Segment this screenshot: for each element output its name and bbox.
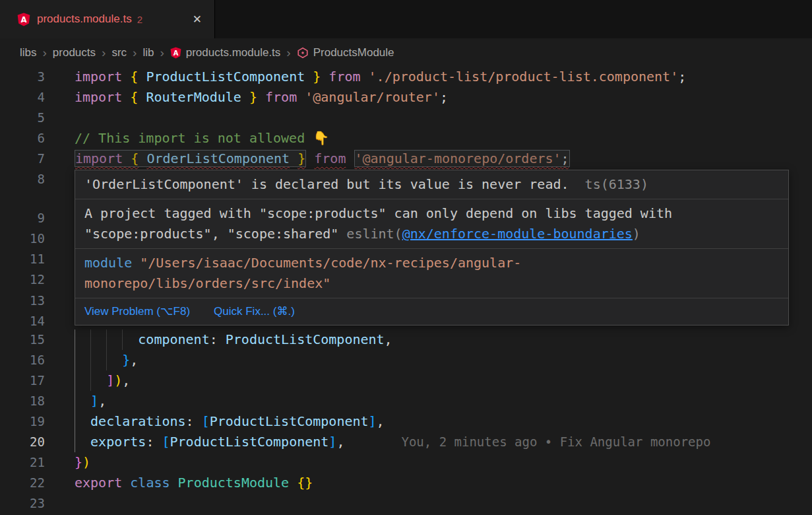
chevron-right-icon: ›: [43, 46, 47, 59]
code-token: [75, 370, 90, 391]
breadcrumb-item-file[interactable]: A products.module.ts: [170, 46, 281, 59]
code-line-18[interactable]: 18 ],: [0, 391, 812, 411]
code-token: ]: [369, 413, 377, 429]
breadcrumb-item-products[interactable]: products: [53, 46, 96, 59]
line-number: 15: [0, 329, 45, 350]
code-text: import { RouterModule } from '@angular/r…: [75, 87, 448, 108]
code-token: ProductsModule: [178, 475, 297, 491]
code-line-19[interactable]: 19 declarations: [ProductListComponent],: [0, 411, 812, 432]
code-line-5[interactable]: 5: [0, 108, 812, 128]
code-token: :: [210, 331, 226, 347]
line-number: 22: [0, 473, 45, 493]
code-line-3[interactable]: 3import { ProductListComponent } from '.…: [0, 67, 812, 87]
code-token: declarations: [90, 413, 186, 429]
code-token: [361, 69, 369, 85]
hover-text: module: [84, 255, 132, 271]
line-number: 12: [0, 269, 45, 290]
line-number: 10: [0, 228, 45, 249]
line-number: 6: [0, 128, 45, 149]
code-token: [90, 350, 106, 370]
hover-section-3: module "/Users/isaac/Documents/code/nx-r…: [75, 249, 788, 298]
hover-actions: View Problem (⌥F8) Quick Fix... (⌘.): [75, 298, 788, 325]
view-problem-action[interactable]: View Problem (⌥F8): [84, 303, 190, 320]
code-line-16[interactable]: 16 },: [0, 350, 812, 370]
hover-text: eslint(: [346, 226, 402, 242]
code-token: ,: [122, 372, 130, 388]
code-token: :: [146, 434, 162, 450]
code-line-4[interactable]: 4import { RouterModule } from '@angular/…: [0, 87, 812, 108]
code-token: [122, 329, 138, 350]
code-token: './product-list/product-list.component': [369, 69, 679, 85]
hover-zone: 891011121314 'OrderListComponent' is dec…: [0, 169, 812, 329]
line-number: 13: [0, 291, 45, 311]
code-token: from: [265, 89, 297, 105]
code-token: ,: [98, 393, 106, 409]
code-token: '@angular/router': [305, 89, 440, 105]
code-token: '@angular-monorepo/orders': [354, 150, 561, 167]
code-line-17[interactable]: 17 ]),: [0, 370, 812, 391]
code-token: // This import is not allowed 👇: [75, 130, 329, 146]
line-number: 5: [0, 108, 45, 128]
code-line-22[interactable]: 22export class ProductsModule {}: [0, 473, 812, 493]
vscode-window: A products.module.ts 2 ✕ libs › products…: [0, 0, 812, 515]
code-token: ,: [385, 331, 392, 347]
code-line-7[interactable]: 7import { OrderListComponent } from '@an…: [0, 149, 812, 169]
code-line-20[interactable]: 20 exports: [ProductListComponent],You, …: [0, 432, 812, 452]
code-token: [: [162, 434, 170, 450]
code-token: [90, 329, 106, 350]
breadcrumb: libs › products › src › lib › A products…: [0, 38, 812, 67]
code-token: [241, 89, 249, 105]
code-token: [90, 370, 106, 391]
editor[interactable]: 3import { ProductListComponent } from '.…: [0, 67, 812, 514]
code-token: class: [130, 475, 177, 491]
code-token: import: [75, 89, 130, 105]
code-text: },: [75, 350, 138, 370]
breadcrumb-item-libs[interactable]: libs: [20, 46, 37, 59]
hover-text: monorepo/libs/orders/src/index": [84, 275, 330, 291]
breadcrumb-item-symbol[interactable]: ProductsModule: [297, 46, 394, 59]
tab-products-module[interactable]: A products.module.ts 2 ✕: [0, 0, 215, 38]
code-token: OrderListComponent: [146, 150, 290, 167]
code-text: exports: [ProductListComponent],You, 2 m…: [75, 432, 710, 452]
code-token: import: [75, 150, 131, 167]
code-token: [321, 69, 328, 85]
code-token: }: [75, 454, 82, 470]
hover-line: 'OrderListComponent' is declared but its…: [84, 174, 779, 195]
code-text: // This import is not allowed 👇: [75, 128, 329, 149]
code-line-6[interactable]: 6// This import is not allowed 👇: [0, 128, 812, 149]
code-token: ;: [440, 89, 448, 105]
code-token: ProductListComponent: [226, 331, 385, 347]
close-icon[interactable]: ✕: [191, 12, 204, 27]
code-token: component: [138, 331, 209, 347]
chevron-right-icon: ›: [160, 46, 164, 59]
code-token: [306, 151, 314, 166]
hover-line: monorepo/libs/orders/src/index": [84, 273, 779, 294]
code-token: from: [314, 151, 346, 166]
code-token: }: [249, 89, 257, 105]
code-token: [297, 89, 305, 105]
code-line-23[interactable]: 23: [0, 493, 812, 514]
code-line-15[interactable]: 15 component: ProductListComponent,: [0, 329, 812, 350]
code-token: RouterModule: [146, 89, 241, 105]
svg-text:A: A: [20, 15, 26, 24]
code-token: ProductListComponent: [210, 413, 369, 429]
code-token: from: [328, 69, 360, 85]
line-number: 19: [0, 411, 45, 432]
code-token: }: [297, 150, 306, 167]
code-token: [305, 69, 313, 85]
code-line-21[interactable]: 21}): [0, 452, 812, 473]
line-number: 20: [0, 432, 45, 452]
breadcrumb-item-lib[interactable]: lib: [142, 46, 154, 59]
code-token: [75, 432, 90, 452]
tab-title: products.module.ts: [37, 13, 132, 26]
quick-fix-action[interactable]: Quick Fix... (⌘.): [214, 303, 295, 320]
code-token: [106, 350, 122, 370]
code-token: }: [122, 352, 130, 368]
line-number: 21: [0, 452, 45, 473]
code-token: [75, 350, 90, 370]
breadcrumb-item-src[interactable]: src: [111, 46, 127, 59]
code-token: [75, 391, 90, 411]
code-token: export: [75, 475, 130, 491]
code-token: :: [186, 413, 202, 429]
eslint-rule-link[interactable]: @nx/enforce-module-boundaries: [402, 226, 633, 242]
